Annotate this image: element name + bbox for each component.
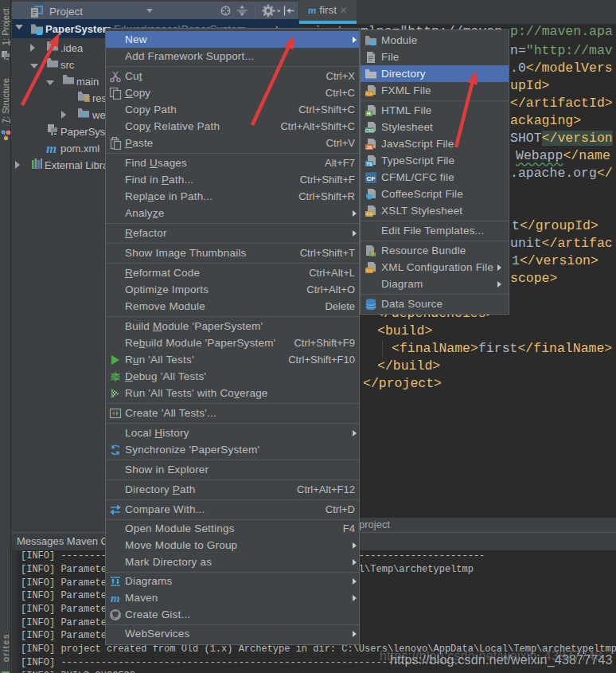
svg-text:CSS: CSS	[365, 127, 375, 132]
svg-text:H: H	[367, 111, 371, 116]
svg-text:TS: TS	[366, 161, 372, 166]
svg-text:<>: <>	[366, 91, 372, 96]
svg-text:CF: CF	[366, 174, 375, 182]
svg-text:<>: <>	[366, 211, 372, 217]
svg-text:JS: JS	[366, 144, 372, 149]
svg-text:<>: <>	[366, 268, 372, 273]
